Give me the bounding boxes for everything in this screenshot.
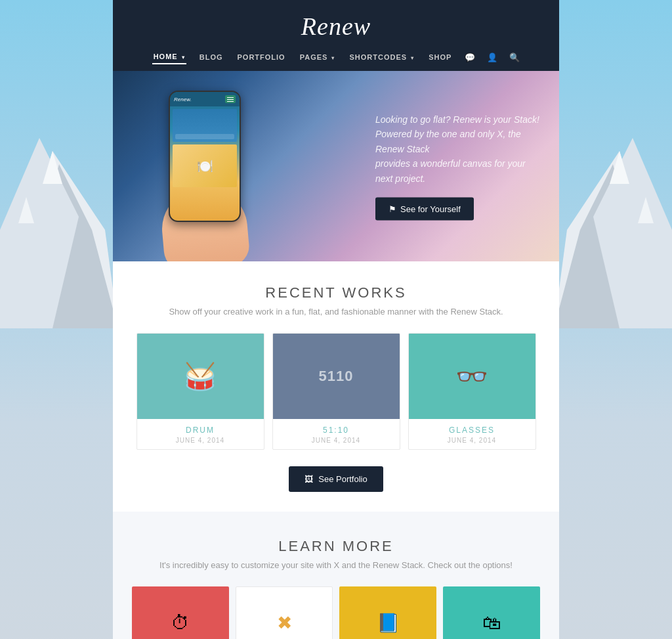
nav-home[interactable]: HOME ▾ — [152, 50, 186, 64]
shop-icon-box: 🛍 — [443, 586, 540, 639]
pages-icon-box: 📘 — [339, 586, 436, 639]
menu-line-3 — [227, 101, 234, 102]
chat-icon[interactable]: 💬 — [465, 53, 475, 62]
phone-body: Renew. 🍽️ — [169, 91, 241, 222]
forums-icon: ✖ — [277, 612, 292, 634]
works-grid: 🥁 DRUM JUNE 4, 2014 5110 51:10 JUNE 4, 2… — [126, 333, 546, 450]
learn-item-shortcodes[interactable]: ⏱ SHORTCODES fast and flexible — [132, 586, 229, 639]
hero-tagline: Looking to go flat? Renew is your Stack!… — [375, 112, 539, 186]
main-content-column: Renew HOME ▾ BLOG PORTFOLIO PAGES ▾ SHOR… — [113, 0, 559, 639]
nav-pages[interactable]: PAGES ▾ — [299, 51, 337, 64]
portfolio-btn-label: See Portfolio — [318, 474, 367, 484]
phone-food-area: 🍽️ — [173, 144, 237, 187]
hero-tagline-line1: Looking to go flat? Renew is your Stack! — [375, 114, 539, 125]
phone-logo: Renew. — [174, 97, 192, 102]
work-thumb-drum: 🥁 — [137, 334, 264, 419]
search-icon[interactable]: 🔍 — [509, 53, 520, 62]
glasses-emoji: 👓 — [455, 361, 488, 392]
work-name-5110: 51:10 — [278, 426, 394, 435]
work-name-drum: DRUM — [142, 426, 259, 435]
shortcodes-icon-box: ⏱ — [132, 586, 229, 639]
see-for-yourself-button[interactable]: ⚑ See for Yourself — [375, 197, 474, 220]
hero-btn-label: See for Yourself — [400, 204, 461, 213]
pages-caret: ▾ — [331, 55, 335, 61]
work-info-glasses: GLASSES JUNE 4, 2014 — [409, 419, 536, 449]
nav-shop[interactable]: SHOP — [427, 51, 453, 64]
phone-content: 🍽️ — [170, 106, 240, 190]
hero-phone: Renew. 🍽️ — [149, 77, 267, 261]
nav-portfolio[interactable]: PORTFOLIO — [236, 51, 287, 64]
left-mountain-svg — [0, 99, 118, 328]
main-nav: HOME ▾ BLOG PORTFOLIO PAGES ▾ SHORTCODES… — [126, 50, 546, 71]
learn-item-forums[interactable]: ✖ FORUMS let's have a chat — [236, 586, 333, 639]
work-5110-display: 5110 — [319, 368, 354, 385]
recent-works-title: RECENT WORKS — [126, 284, 546, 301]
hero-btn-icon: ⚑ — [388, 204, 396, 213]
shop-icon: 🛍 — [482, 612, 501, 634]
work-date-5110: JUNE 4, 2014 — [278, 437, 394, 444]
see-portfolio-button[interactable]: 🖼 See Portfolio — [289, 466, 383, 492]
shortcodes-icon: ⏱ — [171, 612, 190, 634]
site-header: Renew HOME ▾ BLOG PORTFOLIO PAGES ▾ SHOR… — [113, 0, 559, 71]
learn-items-grid: ⏱ SHORTCODES fast and flexible ✖ FORUMS … — [126, 586, 546, 639]
user-icon[interactable]: 👤 — [487, 53, 497, 62]
menu-line-2 — [227, 99, 234, 100]
home-caret: ▾ — [182, 55, 185, 60]
work-date-drum: JUNE 4, 2014 — [142, 437, 259, 444]
drum-emoji: 🥁 — [184, 361, 217, 392]
hero-tagline-line2: Powered by the one and only X, the Renew… — [375, 129, 521, 154]
hero-text: Looking to go flat? Renew is your Stack!… — [375, 112, 539, 221]
nav-shortcodes[interactable]: SHORTCODES ▾ — [348, 51, 415, 64]
work-item-drum[interactable]: 🥁 DRUM JUNE 4, 2014 — [136, 333, 264, 450]
phone-topbar: Renew. — [170, 92, 240, 106]
work-info-5110: 51:10 JUNE 4, 2014 — [273, 419, 400, 449]
recent-works-subtitle: Show off your creative work in a fun, fl… — [126, 307, 546, 317]
work-date-glasses: JUNE 4, 2014 — [414, 437, 530, 444]
phone-menu-icon — [225, 95, 236, 103]
work-info-drum: DRUM JUNE 4, 2014 — [137, 419, 264, 449]
recent-works-section: RECENT WORKS Show off your creative work… — [113, 261, 559, 512]
learn-more-section: LEARN MORE It's incredibly easy to custo… — [113, 512, 559, 639]
phone-blue-block — [173, 109, 237, 142]
learn-item-pages[interactable]: 📘 PAGES build anything — [339, 586, 436, 639]
work-item-glasses[interactable]: 👓 GLASSES JUNE 4, 2014 — [408, 333, 536, 450]
learn-more-subtitle: It's incredibly easy to customize your s… — [126, 560, 546, 570]
work-thumb-glasses: 👓 — [409, 334, 536, 419]
pages-icon: 📘 — [377, 612, 400, 634]
site-logo: Renew — [126, 12, 546, 41]
forums-icon-box: ✖ — [236, 586, 333, 639]
menu-line-1 — [227, 97, 234, 98]
phone-hand: Renew. 🍽️ — [149, 77, 267, 261]
learn-more-title: LEARN MORE — [126, 538, 546, 555]
work-thumb-5110: 5110 — [273, 334, 400, 419]
work-name-glasses: GLASSES — [414, 426, 530, 435]
hero-section: Renew. 🍽️ — [113, 71, 559, 261]
shortcodes-caret: ▾ — [411, 55, 414, 61]
portfolio-icon: 🖼 — [304, 474, 313, 484]
hero-tagline-line3: provides a wonderful canvas for your nex… — [375, 158, 526, 183]
phone-screen: Renew. 🍽️ — [170, 92, 240, 221]
work-item-5110[interactable]: 5110 51:10 JUNE 4, 2014 — [272, 333, 400, 450]
right-mountain-svg — [554, 99, 672, 328]
learn-item-shop[interactable]: 🛍 SHOP sell your product — [443, 586, 540, 639]
nav-blog[interactable]: BLOG — [198, 51, 224, 64]
